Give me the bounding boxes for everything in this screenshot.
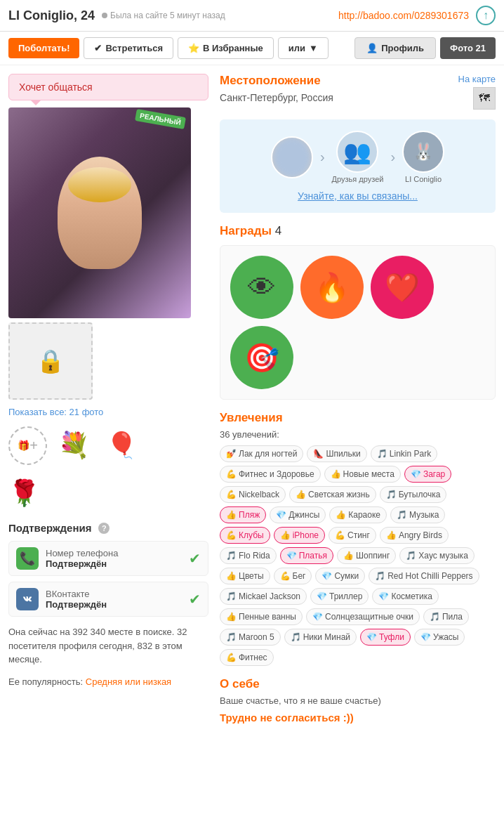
profile-tab[interactable]: 👤 Профиль — [354, 37, 436, 59]
tag-icon: 💪 — [226, 530, 237, 540]
location-text: Санкт-Петербург, Россия — [220, 92, 333, 103]
tag-item[interactable]: 💪Бег — [274, 568, 312, 584]
vk-check-icon: ✔ — [189, 591, 201, 608]
main-content: Хочет общаться РЕАЛЬНЫЙ 🔒 Показать все: … — [0, 65, 504, 732]
tag-icon: 💎 — [366, 632, 377, 642]
tag-item[interactable]: 💎Джинсы — [270, 506, 326, 523]
group-avatar-col: 👥 Друзья друзей — [332, 131, 384, 183]
view-toggle: 👤 Профиль Фото 21 — [354, 37, 496, 59]
map-icon: 🗺 — [473, 87, 496, 110]
tag-item[interactable]: 👍Шоппинг — [337, 547, 396, 564]
wants-chat-badge: Хочет общаться — [8, 74, 208, 100]
online-status: Была на сайте 5 минут назад — [102, 11, 225, 20]
tag-item[interactable]: 🎵Музыка — [390, 506, 445, 523]
tag-item[interactable]: 🎵Linkin Park — [371, 445, 437, 462]
tag-item[interactable]: 🎵Хаус музыка — [399, 547, 474, 564]
vk-confirmation: ВКонтакте Подтверждён ✔ — [8, 582, 208, 617]
phone-conf-text: Номер телефона Подтверждён — [46, 548, 182, 569]
tag-item[interactable]: 👍Светская жизнь — [289, 486, 376, 503]
tag-icon: 👍 — [226, 571, 237, 581]
tag-icon: 💪 — [226, 653, 237, 662]
tag-icon: 🎵 — [226, 632, 237, 642]
tag-item[interactable]: 💎Триллер — [310, 588, 369, 605]
awards-count: 4 — [275, 224, 281, 237]
award-eye: 👁 — [230, 256, 293, 319]
tag-icon: 👍 — [296, 490, 306, 499]
favorites-button[interactable]: ⭐ В Избранные — [178, 37, 274, 59]
tag-icon: 👍 — [336, 510, 346, 520]
tag-icon: 🎵 — [397, 510, 407, 520]
tag-icon: 💅 — [226, 449, 237, 459]
tag-icon: 💪 — [280, 571, 291, 581]
tag-item[interactable]: 💎Солнцезащитные очки — [306, 608, 420, 625]
tag-icon: 🎵 — [377, 449, 387, 459]
tag-item[interactable]: 💎Туфли — [360, 629, 411, 646]
tag-item[interactable]: 👍Цветы — [220, 568, 270, 584]
tag-item[interactable]: 👍iPhone — [274, 527, 325, 544]
chat-button[interactable]: Поболтать! — [8, 38, 79, 58]
gift-rose: 🌹 — [8, 473, 44, 512]
tag-icon: 👍 — [280, 530, 291, 540]
photo-tab[interactable]: Фото 21 — [440, 37, 496, 59]
tag-item[interactable]: 💎Загар — [404, 466, 451, 483]
show-all-photos-link[interactable]: Показать все: 21 фото — [8, 407, 208, 417]
tag-item[interactable]: 💪Клубы — [220, 527, 270, 544]
meet-button[interactable]: ✔ Встретиться — [84, 37, 173, 59]
tag-icon: 💎 — [317, 591, 327, 601]
popularity-link[interactable]: Средняя или низкая — [86, 676, 171, 687]
or-button[interactable]: или ▼ — [278, 37, 329, 59]
tag-item[interactable]: 💪Стинг — [329, 527, 376, 544]
tag-item[interactable]: 🎵Red Hot Chilli Peppers — [369, 568, 479, 584]
arrow-right-icon1: › — [320, 149, 325, 165]
tag-icon: 👍 — [226, 510, 237, 520]
awards-section: Награды 4 👁 🔥 ❤️ 🎯 — [220, 224, 496, 400]
tag-item[interactable]: 💪Nickelback — [220, 486, 286, 503]
tag-item[interactable]: 👍Пенные ванны — [220, 608, 303, 625]
profile-url[interactable]: http://badoo.com/0289301673 — [338, 10, 469, 21]
tag-item[interactable]: 💎Ужасы — [414, 629, 465, 646]
map-link[interactable]: На карте — [458, 74, 496, 84]
tag-item[interactable]: 🎵Maroon 5 — [220, 629, 281, 646]
connection-box: › 👥 Друзья друзей › 🐰 LI Coniglio — [220, 119, 496, 213]
action-bar: Поболтать! ✔ Встретиться ⭐ В Избранные и… — [0, 32, 504, 65]
connection-row: › 👥 Друзья друзей › 🐰 LI Coniglio — [271, 131, 444, 183]
tag-item[interactable]: 👍Новые места — [324, 466, 401, 483]
phone-check-icon: ✔ — [189, 550, 201, 567]
tag-item[interactable]: 👍Караоке — [329, 506, 387, 523]
tag-item[interactable]: 💎Сумки — [315, 568, 365, 584]
status-dot — [102, 13, 107, 18]
tag-icon: 🎵 — [386, 490, 397, 499]
tag-item[interactable]: 🎵Mickael Jackson — [220, 588, 307, 605]
tag-icon: 🎵 — [226, 551, 237, 561]
phone-confirmation: 📞 Номер телефона Подтверждён ✔ — [8, 541, 208, 576]
blurred-avatar — [271, 136, 313, 178]
main-photo: РЕАЛЬНЫЙ — [8, 107, 191, 318]
tag-item[interactable]: 💎Платья — [280, 547, 333, 564]
tag-item[interactable]: 🎵Flo Rida — [220, 547, 277, 564]
tag-item[interactable]: 💪Фитнес и Здоровье — [220, 466, 321, 483]
gifts-row2: 🌹 — [8, 473, 208, 512]
tag-item[interactable]: 👠Шпильки — [307, 445, 366, 462]
tag-item[interactable]: 💪Фитнес — [220, 649, 274, 666]
add-gift-button[interactable]: 🎁 + — [8, 426, 47, 465]
tag-item[interactable]: 👍Angry Birds — [380, 527, 449, 544]
tag-icon: 🎵 — [406, 551, 416, 561]
tag-item[interactable]: 💅Лак для ногтей — [220, 445, 303, 462]
tag-icon: 👠 — [313, 449, 324, 459]
tag-item[interactable]: 🎵Пила — [423, 608, 469, 625]
tag-item[interactable]: 👍Пляж — [220, 506, 266, 523]
tag-icon: 💎 — [276, 510, 286, 520]
info-icon[interactable]: ? — [98, 523, 110, 534]
connection-cta[interactable]: Узнайте, как вы связаны... — [298, 190, 418, 202]
tag-item[interactable]: 🎵Бутылочка — [380, 486, 447, 503]
interests-section: Увлечения 36 увлечений: 💅Лак для ногтей👠… — [220, 411, 496, 666]
group-icon: 👥 — [343, 138, 371, 165]
tag-icon: 👍 — [386, 530, 397, 540]
eye-icon: 👁 — [248, 272, 276, 303]
upload-button[interactable]: ↑ — [476, 6, 496, 25]
phone-icon: 📞 — [16, 547, 39, 570]
interests-title: Увлечения — [220, 411, 496, 425]
tag-item[interactable]: 💎Косметика — [372, 588, 439, 605]
about-quote: Трудно не согласиться :)) — [220, 712, 496, 724]
tag-item[interactable]: 🎵Ники Минай — [284, 629, 357, 646]
